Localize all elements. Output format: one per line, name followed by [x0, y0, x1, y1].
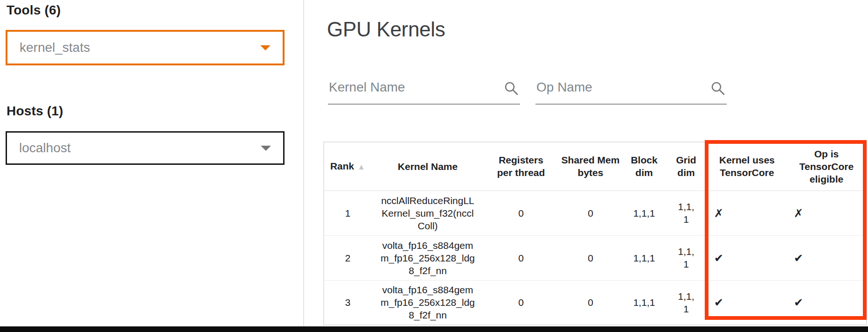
column-header-shared-mem-bytes[interactable]: Shared Mem bytes — [558, 142, 623, 191]
grid-dim-cell: 1,1,1 — [665, 191, 707, 235]
grid-dim-cell: 1,1,1 — [665, 280, 707, 325]
hosts-count-label: Hosts (1) — [7, 104, 63, 119]
tools-count-label: Tools (6) — [7, 3, 61, 18]
sidebar: Tools (6) kernel_stats Hosts (1) localho… — [0, 0, 303, 332]
shared-mem-cell: 0 — [558, 191, 623, 235]
op-name-filter — [535, 74, 727, 105]
search-icon — [710, 80, 726, 96]
column-header-kernel-name[interactable]: Kernel Name — [371, 142, 484, 191]
kernel-name-cell: ncclAllReduceRingLLKernel_sum_f32(ncclCo… — [371, 191, 484, 235]
column-header-block-dim[interactable]: Block dim — [623, 142, 665, 191]
sort-ascending-icon: ▲ — [357, 162, 365, 171]
rank-cell: 3 — [324, 280, 371, 325]
kernel-name-cell: volta_fp16_s884gemm_fp16_256x128_ldg8_f2… — [371, 235, 484, 280]
kernel-uses-tensorcore-cell: ✗ — [707, 191, 787, 235]
tools-dropdown-value: kernel_stats — [20, 40, 90, 55]
kernel-uses-tensorcore-cell: ✔ — [707, 280, 787, 325]
kernel-uses-tensorcore-cell: ✔ — [707, 235, 787, 280]
bottom-divider-bar — [0, 326, 868, 332]
column-header-kernel-uses-tensorcore[interactable]: Kernel uses TensorCore — [707, 142, 787, 191]
table-row: 1 ncclAllReduceRingLLKernel_sum_f32(nccl… — [324, 191, 867, 235]
op-tensorcore-eligible-cell: ✔ — [787, 235, 867, 280]
page-title: GPU Kernels — [327, 18, 445, 41]
hosts-dropdown[interactable]: localhost — [6, 131, 285, 165]
search-icon — [503, 80, 519, 96]
op-name-input[interactable] — [535, 74, 727, 104]
rank-cell: 2 — [324, 235, 371, 280]
chevron-down-icon — [261, 146, 271, 151]
tools-dropdown[interactable]: kernel_stats — [6, 30, 285, 65]
column-header-registers-per-thread[interactable]: Registers per thread — [484, 142, 558, 191]
table-row: 3 volta_fp16_s884gemm_fp16_256x128_ldg8_… — [324, 280, 867, 325]
chevron-down-icon — [260, 45, 271, 50]
table-header-row: Rank▲ Kernel Name Registers per thread S… — [324, 142, 867, 191]
op-tensorcore-eligible-cell: ✔ — [787, 280, 867, 325]
grid-dim-cell: 1,1,1 — [665, 235, 707, 280]
shared-mem-cell: 0 — [558, 235, 623, 280]
block-dim-cell: 1,1,1 — [623, 235, 665, 280]
profiler-app: Tools (6) kernel_stats Hosts (1) localho… — [0, 0, 868, 332]
registers-cell: 0 — [484, 191, 558, 235]
op-tensorcore-eligible-cell: ✗ — [787, 191, 867, 235]
hosts-dropdown-value: localhost — [19, 141, 71, 155]
registers-cell: 0 — [484, 280, 558, 325]
kernel-name-input[interactable] — [328, 74, 520, 104]
shared-mem-cell: 0 — [558, 280, 623, 325]
block-dim-cell: 1,1,1 — [623, 280, 665, 325]
kernel-name-cell: volta_fp16_s884gemm_fp16_256x128_ldg8_f2… — [371, 280, 484, 325]
kernel-name-filter — [328, 74, 520, 105]
rank-cell: 1 — [324, 191, 371, 235]
column-header-op-tensorcore-eligible[interactable]: Op is TensorCore eligible — [787, 142, 867, 191]
gpu-kernels-table: Rank▲ Kernel Name Registers per thread S… — [323, 141, 867, 325]
column-header-grid-dim[interactable]: Grid dim — [665, 142, 707, 191]
block-dim-cell: 1,1,1 — [623, 191, 665, 235]
registers-cell: 0 — [484, 235, 558, 280]
table-row: 2 volta_fp16_s884gemm_fp16_256x128_ldg8_… — [324, 235, 867, 280]
column-header-rank[interactable]: Rank▲ — [324, 142, 371, 191]
